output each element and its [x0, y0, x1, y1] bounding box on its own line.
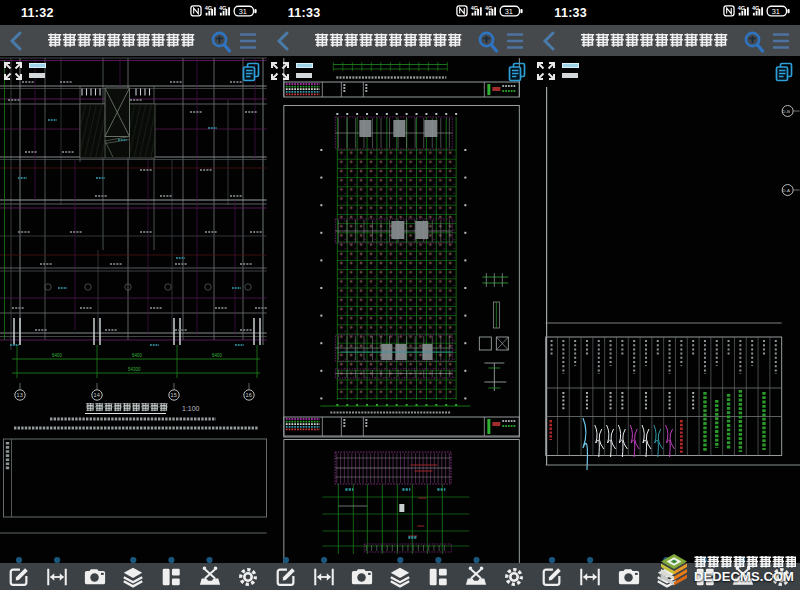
svg-text:D-B: D-B [783, 109, 791, 114]
svg-text:16: 16 [246, 392, 252, 398]
svg-text:4G: 4G [752, 5, 759, 11]
svg-text:1:100: 1:100 [182, 405, 200, 412]
svg-text:14: 14 [94, 392, 100, 398]
svg-text:4G: 4G [219, 5, 226, 11]
svg-text:6400: 6400 [212, 353, 223, 358]
svg-text:13: 13 [17, 392, 23, 398]
svg-text:31: 31 [772, 7, 780, 16]
svg-text:31: 31 [505, 7, 513, 16]
svg-text:D-A: D-A [783, 188, 791, 193]
svg-text:6400: 6400 [132, 353, 143, 358]
svg-text:4G: 4G [738, 5, 745, 11]
svg-text:31: 31 [238, 7, 246, 16]
svg-text:6400: 6400 [52, 353, 63, 358]
svg-text:15: 15 [171, 392, 177, 398]
svg-text:4G: 4G [204, 5, 211, 11]
svg-text:54300: 54300 [128, 367, 141, 372]
